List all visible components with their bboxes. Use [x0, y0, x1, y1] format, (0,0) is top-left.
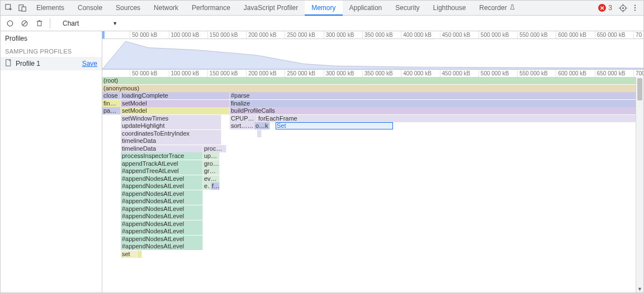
flame-segment[interactable]: #parse: [230, 92, 636, 99]
svg-point-10: [634, 7, 636, 8]
flame-segment[interactable]: #appendNodesAtLevel: [121, 243, 203, 250]
flame-segment[interactable]: #appendNodesAtLevel: [121, 205, 203, 213]
overview-chart[interactable]: [102, 39, 643, 69]
svg-point-12: [7, 21, 13, 26]
tab-memory[interactable]: Memory: [305, 1, 342, 16]
tab-recorder[interactable]: Recorder: [472, 1, 522, 15]
flame-segment[interactable]: #appendNodesAtLevel: [121, 213, 203, 220]
flame-segment[interactable]: coordinatesToEntryIndex: [121, 130, 221, 137]
flame-segment[interactable]: o…k: [254, 122, 270, 129]
flame-segment[interactable]: gro…ts: [203, 160, 220, 167]
profile-name: Profile 1: [16, 60, 40, 68]
flame-segment[interactable]: pa…at: [102, 107, 121, 114]
tab-network[interactable]: Network: [147, 1, 185, 15]
flame-chart-wrap: (root)(anonymous)closeloadingComplete#pa…: [102, 77, 643, 292]
tab-javascript-profiler[interactable]: JavaScript Profiler: [237, 1, 305, 15]
ruler-tick: 700 000 kB: [633, 70, 643, 77]
tab-elements[interactable]: Elements: [30, 1, 71, 15]
error-icon: ✕: [598, 4, 606, 12]
overview-ruler-top[interactable]: 50 000 kB100 000 kB150 000 kB200 000 kB2…: [102, 31, 643, 39]
device-toolbar-icon[interactable]: [16, 2, 29, 14]
svg-point-9: [634, 4, 636, 6]
settings-icon[interactable]: [617, 2, 629, 14]
scroll-down-icon[interactable]: ▼: [636, 286, 643, 292]
clear-icon[interactable]: [18, 17, 31, 30]
inspect-element-icon[interactable]: [3, 2, 15, 14]
flame-segment[interactable]: fin…ce: [102, 100, 121, 107]
flame-segment[interactable]: sort…ples: [230, 122, 254, 129]
flame-segment[interactable]: processInspectorTrace: [121, 152, 203, 160]
flame-segment[interactable]: [138, 251, 142, 258]
flame-chart[interactable]: (root)(anonymous)closeloadingComplete#pa…: [102, 77, 636, 292]
flame-segment[interactable]: finalize: [230, 100, 636, 107]
flame-segment[interactable]: close: [102, 92, 121, 99]
tab-performance[interactable]: Performance: [185, 1, 237, 15]
flame-segment[interactable]: #appendNodesAtLevel: [121, 228, 203, 235]
flame-segment[interactable]: #appendNodesAtLevel: [121, 198, 203, 205]
flame-segment[interactable]: f…r: [211, 182, 220, 190]
ruler-tick: 400 000 kB: [401, 70, 432, 77]
ruler-tick: 600 000 kB: [556, 70, 586, 77]
tab-security[interactable]: Security: [389, 1, 426, 15]
flame-segment[interactable]: forEachFrame: [257, 115, 636, 122]
flame-segment[interactable]: gr…ew: [203, 167, 220, 175]
sidebar-section: SAMPLING PROFILES: [1, 46, 102, 57]
svg-rect-15: [37, 21, 41, 26]
ruler-tick: 150 000 kB: [207, 31, 238, 39]
vertical-scrollbar[interactable]: ▲ ▼: [636, 77, 643, 292]
ruler-tick: 450 000 kB: [440, 31, 471, 39]
ruler-tick: 100 000 kB: [169, 31, 200, 39]
flame-segment[interactable]: setWindowTimes: [121, 115, 221, 122]
ruler-tick: 200 000 kB: [246, 31, 277, 39]
flame-segment[interactable]: buildProfileCalls: [230, 107, 636, 114]
svg-point-4: [622, 7, 624, 9]
record-icon[interactable]: [4, 17, 16, 30]
flame-segment[interactable]: e…: [203, 182, 211, 190]
devtools-tabs: ElementsConsoleSourcesNetworkPerformance…: [30, 1, 522, 15]
flame-segment[interactable]: Set: [276, 122, 393, 129]
flame-segment[interactable]: #appendNodesAtLevel: [121, 220, 203, 228]
scrollbar-thumb[interactable]: [637, 78, 642, 100]
ruler-tick: 550 000 kB: [517, 31, 548, 39]
flame-segment[interactable]: #appendNodesAtLevel: [121, 182, 203, 190]
overview-handle-left[interactable]: [102, 31, 105, 39]
flame-segment[interactable]: timelineData: [121, 145, 203, 152]
flame-segment[interactable]: proc…ata: [203, 145, 226, 152]
overview-ruler-bottom[interactable]: 50 000 kB100 000 kB150 000 kB200 000 kB2…: [102, 69, 643, 77]
flame-segment[interactable]: [257, 130, 262, 137]
flame-segment[interactable]: (root): [102, 77, 636, 84]
ruler-tick: 350 000 kB: [362, 31, 393, 39]
tab-sources[interactable]: Sources: [109, 1, 147, 15]
flame-segment[interactable]: CPUP…del: [230, 115, 257, 122]
flame-segment[interactable]: #appendNodesAtLevel: [121, 175, 203, 182]
tab-lighthouse[interactable]: Lighthouse: [427, 1, 473, 15]
view-select-label: Chart: [63, 20, 79, 27]
flame-segment[interactable]: set: [121, 251, 138, 258]
flame-segment[interactable]: updateHighlight: [121, 122, 221, 129]
more-options-icon[interactable]: [629, 2, 641, 14]
memory-toolbar: Chart ▼: [1, 16, 643, 31]
save-link[interactable]: Save: [82, 60, 97, 68]
tab-application[interactable]: Application: [343, 1, 389, 15]
flame-segment[interactable]: (anonymous): [102, 85, 636, 92]
flame-segment[interactable]: up…up: [203, 152, 220, 160]
flame-segment[interactable]: #appendNodesAtLevel: [121, 190, 203, 198]
flame-segment[interactable]: loadingComplete: [121, 92, 230, 99]
flame-segment[interactable]: timelineData: [121, 137, 221, 145]
profile-row[interactable]: Profile 1 Save: [1, 57, 102, 70]
main-pane: Profiles SAMPLING PROFILES Profile 1 Sav…: [1, 31, 643, 292]
flame-segment[interactable]: ev…ew: [203, 175, 220, 182]
flame-segment[interactable]: #appendTreeAtLevel: [121, 167, 203, 175]
delete-icon[interactable]: [33, 17, 45, 30]
view-select[interactable]: Chart ▼: [60, 18, 120, 28]
flame-segment[interactable]: appendTrackAtLevel: [121, 160, 203, 167]
toolbar-separator: [50, 18, 50, 28]
sidebar-title: Profiles: [1, 31, 102, 46]
flame-segment[interactable]: #appendNodesAtLevel: [121, 236, 203, 243]
flame-segment[interactable]: setModel: [121, 107, 230, 114]
error-badge[interactable]: ✕ 3: [598, 4, 612, 12]
ruler-tick: 500 000 kB: [479, 70, 509, 77]
tab-console[interactable]: Console: [71, 1, 109, 15]
flame-segment[interactable]: setModel: [121, 100, 230, 107]
ruler-tick: 50 000 kB: [130, 31, 157, 39]
